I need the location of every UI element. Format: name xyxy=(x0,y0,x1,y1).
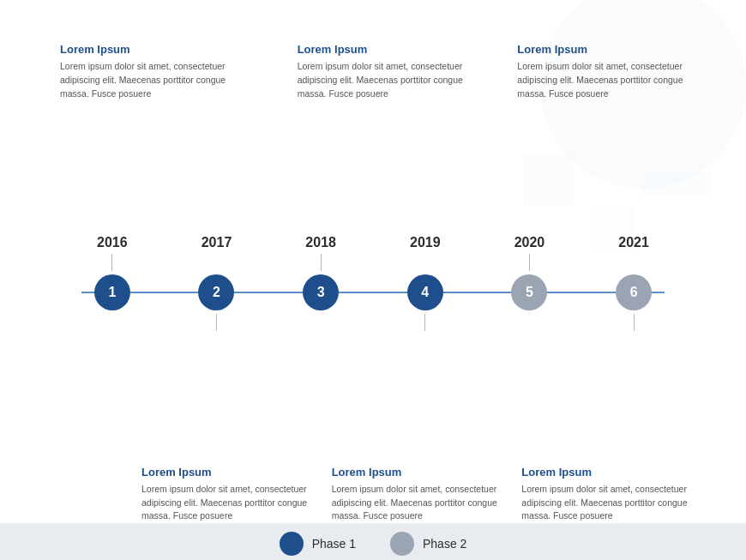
year-label-2016: 2016 xyxy=(69,235,155,250)
connector-line-top-4 xyxy=(529,254,530,271)
circle-item-4: 4 xyxy=(382,274,468,310)
bottom-item-text-3: Lorem ipsum dolor sit amet, consectetuer… xyxy=(521,483,703,523)
connector-line-bottom-3 xyxy=(424,314,425,331)
top-items-row: Lorem Ipsum Lorem ipsum dolor sit amet, … xyxy=(34,43,712,100)
legend-label-2: Phase 2 xyxy=(423,537,466,551)
connector-top-4 xyxy=(486,254,572,271)
circle-4: 4 xyxy=(407,274,443,310)
legend: Phase 1 Phase 2 xyxy=(0,523,746,560)
connectors-bottom xyxy=(34,314,712,331)
top-item-heading-2: Lorem Ipsum xyxy=(298,43,484,56)
top-item-text-3: Lorem ipsum dolor sit amet, consectetuer… xyxy=(517,60,703,100)
legend-circle-1 xyxy=(280,532,304,556)
connector-line-top-2 xyxy=(321,254,322,271)
connector-top-0 xyxy=(69,254,155,271)
timeline-track: 123456 xyxy=(34,271,712,314)
connector-top-3 xyxy=(382,254,468,271)
top-item-2: Lorem Ipsum Lorem ipsum dolor sit amet, … xyxy=(298,43,484,100)
connector-line-bottom-5 xyxy=(634,314,635,331)
circle-item-3: 3 xyxy=(278,274,364,310)
year-label-2021: 2021 xyxy=(591,235,677,250)
legend-circle-2 xyxy=(390,532,414,556)
years-row: 201620172018201920202021 xyxy=(34,235,712,250)
connector-bottom-4 xyxy=(486,314,572,331)
bottom-item-1: Lorem Ipsum Lorem ipsum dolor sit amet, … xyxy=(141,466,323,523)
top-item-3: Lorem Ipsum Lorem ipsum dolor sit amet, … xyxy=(517,43,703,100)
circle-item-6: 6 xyxy=(591,274,677,310)
connector-line-top-0 xyxy=(111,254,112,271)
connector-bottom-5 xyxy=(591,314,677,331)
connector-bottom-3 xyxy=(382,314,468,331)
bottom-item-2: Lorem Ipsum Lorem ipsum dolor sit amet, … xyxy=(332,466,514,523)
circle-5: 5 xyxy=(511,274,547,310)
legend-label-1: Phase 1 xyxy=(312,537,356,551)
top-item-text-1: Lorem ipsum dolor sit amet, consectetuer… xyxy=(60,60,246,100)
circle-item-5: 5 xyxy=(486,274,572,310)
year-label-2020: 2020 xyxy=(486,235,572,250)
legend-item-1: Phase 1 xyxy=(280,532,356,556)
circle-item-1: 1 xyxy=(69,274,155,310)
bottom-item-heading-3: Lorem Ipsum xyxy=(521,466,703,479)
bottom-item-heading-2: Lorem Ipsum xyxy=(332,466,514,479)
circle-item-2: 2 xyxy=(173,274,259,310)
timeline-section: 201620172018201920202021 123456 xyxy=(34,235,712,331)
circle-1: 1 xyxy=(94,274,130,310)
year-label-2018: 2018 xyxy=(278,235,364,250)
bottom-items-row: Lorem Ipsum Lorem ipsum dolor sit amet, … xyxy=(34,466,712,523)
top-item-1: Lorem Ipsum Lorem ipsum dolor sit amet, … xyxy=(60,43,246,100)
connector-bottom-0 xyxy=(69,314,155,331)
top-item-heading-1: Lorem Ipsum xyxy=(60,43,246,56)
bottom-item-text-1: Lorem ipsum dolor sit amet, consectetuer… xyxy=(141,483,323,523)
slide: Lorem Ipsum Lorem ipsum dolor sit amet, … xyxy=(0,0,746,560)
circles-row: 123456 xyxy=(60,274,686,310)
connector-top-2 xyxy=(278,254,364,271)
year-label-2017: 2017 xyxy=(173,235,259,250)
connectors-top xyxy=(34,254,712,271)
connector-top-1 xyxy=(173,254,259,271)
top-item-heading-3: Lorem Ipsum xyxy=(517,43,703,56)
bottom-item-text-2: Lorem ipsum dolor sit amet, consectetuer… xyxy=(332,483,514,523)
legend-item-2: Phase 2 xyxy=(390,532,466,556)
connector-bottom-1 xyxy=(173,314,259,331)
content-area: Lorem Ipsum Lorem ipsum dolor sit amet, … xyxy=(34,43,712,523)
circle-2: 2 xyxy=(198,274,234,310)
circle-3: 3 xyxy=(303,274,339,310)
bottom-item-heading-1: Lorem Ipsum xyxy=(141,466,323,479)
circle-6: 6 xyxy=(616,274,652,310)
connector-top-5 xyxy=(591,254,677,271)
year-label-2019: 2019 xyxy=(382,235,468,250)
bottom-item-3: Lorem Ipsum Lorem ipsum dolor sit amet, … xyxy=(521,466,703,523)
top-item-text-2: Lorem ipsum dolor sit amet, consectetuer… xyxy=(298,60,484,100)
connector-line-bottom-1 xyxy=(216,314,217,331)
connector-bottom-2 xyxy=(278,314,364,331)
